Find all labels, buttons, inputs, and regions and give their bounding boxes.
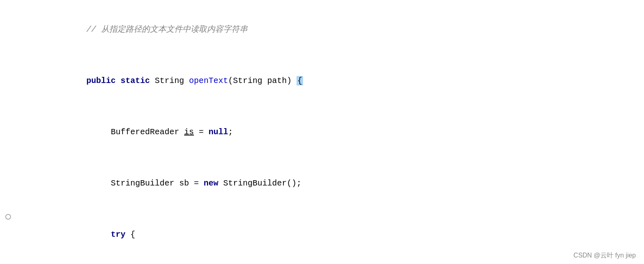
buffered-reader-decl: BufferedReader is = null; <box>16 107 233 158</box>
gutter-try <box>0 214 16 220</box>
var-is: is <box>184 127 194 137</box>
comment-span: // 从指定路径的文本文件中读取内容字符串 <box>86 25 248 34</box>
kw-public: public <box>86 76 121 85</box>
method-signature: public static String openText(String pat… <box>16 55 303 107</box>
kw-null-1: null <box>209 127 228 137</box>
br-semi: ; <box>228 127 233 137</box>
method-name: openText <box>189 76 228 85</box>
is-assign-line: is = new BufferedReader(new FileReader(p… <box>0 260 644 264</box>
breakpoint-try[interactable] <box>5 214 11 220</box>
kw-new-1: new <box>204 179 223 188</box>
watermark: CSDN @云叶 fyn jiep <box>574 251 636 260</box>
open-brace: { <box>297 76 303 85</box>
try-keyword-line: try { <box>16 209 135 260</box>
sb-constructor: StringBuilder(); <box>223 179 301 188</box>
br-type: BufferedReader <box>111 127 184 137</box>
stringbuilder-line: StringBuilder sb = new StringBuilder(); <box>0 158 644 209</box>
sb-type: StringBuilder sb = <box>111 179 204 188</box>
try-brace: { <box>130 230 135 239</box>
return-type: String <box>155 76 189 85</box>
comment-text: // 从指定路径的文本文件中读取内容字符串 <box>16 4 248 55</box>
params: (String path) <box>228 76 297 85</box>
code-editor: // 从指定路径的文本文件中读取内容字符串 public static Stri… <box>0 0 644 264</box>
kw-static: static <box>121 76 155 85</box>
try-line: try { <box>0 209 644 260</box>
is-assign: is = new BufferedReader(new FileReader(p… <box>16 260 360 264</box>
kw-try: try <box>111 230 130 239</box>
comment-line: // 从指定路径的文本文件中读取内容字符串 <box>0 4 644 55</box>
stringbuilder-decl: StringBuilder sb = new StringBuilder(); <box>16 158 301 209</box>
br-eq: = <box>194 127 209 137</box>
buffered-reader-line: BufferedReader is = null; <box>0 107 644 158</box>
method-signature-line: public static String openText(String pat… <box>0 55 644 107</box>
